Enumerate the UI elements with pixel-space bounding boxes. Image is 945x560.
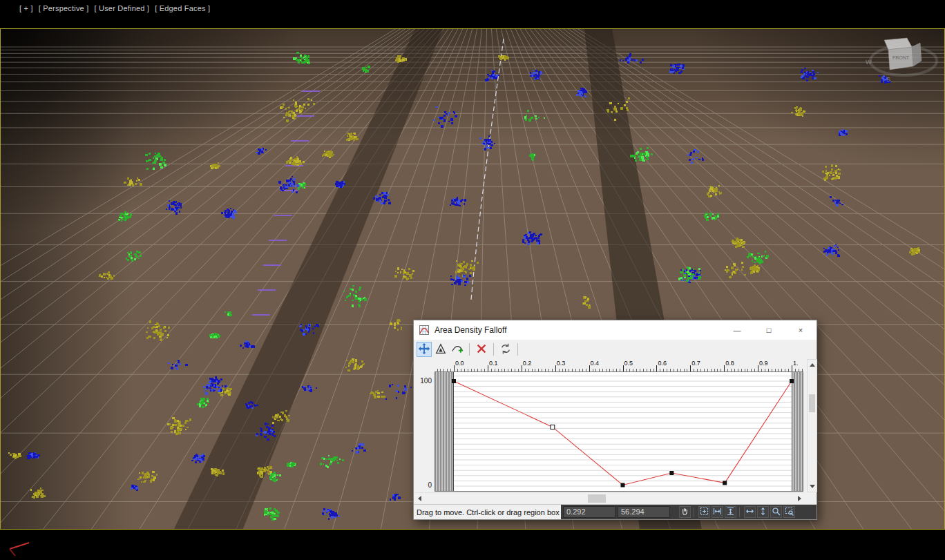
toolbar-separator [493,343,494,356]
ruler-label: 0.9 [759,360,768,367]
zoom-region-button[interactable] [783,506,795,518]
falloff-curve[interactable] [435,371,803,492]
zoom-region-icon [785,506,794,519]
zoom-icon [772,506,781,519]
world-axis-icon [6,531,47,559]
horizontal-scroll-thumb[interactable] [588,494,606,503]
scale-button[interactable] [433,342,448,357]
curve-point[interactable] [723,481,727,485]
viewcube-south-label: S [886,76,890,83]
viewcube[interactable]: FRONT W S [866,38,937,83]
dialog-icon [419,325,429,335]
viewport-menu-pov[interactable]: [ Perspective ] [39,4,89,12]
zoom-horizontal-extents-icon [713,506,722,519]
toolbar-separator [469,343,470,356]
move-icon [418,342,430,357]
zoom-vertically-icon [758,506,767,519]
status-prompt: Drag to move. Ctrl-click or drag region … [417,505,560,521]
y-axis-max-label: 100 [415,377,432,385]
ruler-label: 0.0 [455,360,464,367]
curve-point[interactable] [621,483,624,487]
scroll-down-icon[interactable] [808,481,817,492]
y-axis-min-label: 0 [415,481,432,489]
ruler: 0.00.10.20.30.40.50.60.70.80.91. [435,359,803,371]
horizontal-scrollbar[interactable] [414,492,805,504]
viewport-menu-shading[interactable]: [ Edged Faces ] [155,4,210,12]
zoom-vertical-extents-button[interactable] [725,506,736,518]
scale-icon [435,342,447,357]
viewport-label-bar: [ + ] [ Perspective ] [ User Defined ] [… [19,4,213,12]
ruler-label: 1. [793,360,799,367]
zoom-vertically-button[interactable] [757,506,769,518]
delete-point-icon [475,342,488,357]
curve-point[interactable] [452,380,456,383]
ruler-label: 0.4 [591,360,600,367]
reset-curve-icon [499,342,512,357]
ruler-label: 0.6 [658,360,667,367]
viewport-menu-general[interactable]: [ + ] [19,4,33,12]
area-density-falloff-window: Area Density Falloff — □ × [413,320,817,520]
insert-point-icon [451,342,464,357]
viewport-menu-lighting[interactable]: [ User Defined ] [94,4,149,12]
zoom-horizontally-button[interactable] [744,506,756,518]
zoom-vertical-extents-icon [726,506,735,519]
vertical-scrollbar[interactable] [807,359,817,492]
zoom-button[interactable] [770,506,782,518]
dialog-titlebar[interactable]: Area Density Falloff — □ × [414,320,817,340]
minimize-button[interactable]: — [721,320,753,340]
insert-point-button[interactable] [450,342,465,357]
curve-point[interactable] [670,472,674,475]
move-button[interactable] [417,342,432,357]
ruler-label: 0.3 [557,360,566,367]
dialog-statusbar: Drag to move. Ctrl-click or drag region … [414,504,817,519]
scroll-left-icon[interactable] [414,493,425,503]
toolbar-separator [517,343,518,356]
x-value-field[interactable]: 0.292 [563,506,615,518]
ruler-label: 0.7 [691,360,700,367]
curve-toolbar [414,340,817,359]
vertical-scroll-thumb[interactable] [809,394,815,412]
viewcube-side-face[interactable] [912,43,922,66]
curve-point-selected[interactable] [551,425,555,429]
ruler-label: 0.2 [523,360,532,367]
pan-button[interactable] [679,506,691,518]
scroll-up-icon[interactable] [808,360,817,370]
viewcube-front-label: FRONT [892,55,910,60]
zoom-extents-icon [700,506,709,519]
ruler-label: 0.5 [624,360,633,367]
zoom-extents-button[interactable] [698,506,710,518]
ruler-label: 0.1 [489,360,498,367]
close-button[interactable]: × [785,320,817,340]
reset-curve-button[interactable] [498,342,513,357]
viewcube-west-label: W [866,59,872,66]
zoom-horizontal-extents-button[interactable] [712,506,723,518]
status-tools-panel: 0.292 56.294 [561,505,817,519]
zoom-horizontally-icon [745,506,754,519]
pan-hand-icon [680,506,689,519]
ruler-label: 0.8 [725,360,734,367]
curve-point[interactable] [790,380,794,383]
curve-area[interactable] [435,371,803,492]
scroll-right-icon[interactable] [794,493,805,503]
y-value-field[interactable]: 56.294 [618,506,670,518]
maximize-button[interactable]: □ [753,320,785,340]
delete-point-button[interactable] [474,342,489,357]
dialog-title: Area Density Falloff [435,325,507,335]
